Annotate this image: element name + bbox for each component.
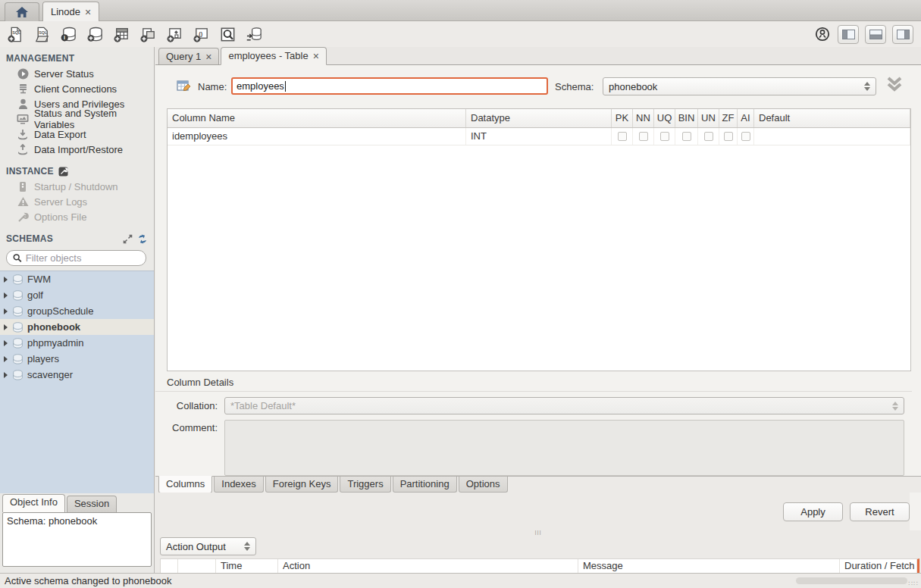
expander-triangle-icon[interactable]	[4, 324, 8, 330]
sidebar-item-label: Client Connections	[34, 83, 117, 95]
expander-triangle-icon[interactable]	[4, 277, 8, 283]
create-function-icon[interactable]: ()	[192, 25, 210, 43]
col-header-uq[interactable]: UQ	[654, 109, 675, 127]
chevron-double-down-icon[interactable]	[885, 76, 904, 92]
new-sql-tab-icon[interactable]: SQL	[6, 25, 24, 43]
schema-item-scavenger[interactable]: scavenger	[0, 367, 154, 383]
schemas-title-label: SCHEMAS	[6, 233, 53, 244]
bin-checkbox[interactable]	[682, 132, 691, 141]
output-col-blank2[interactable]	[178, 559, 216, 573]
output-col-duration[interactable]: Duration / Fetch	[840, 559, 917, 573]
resize-grip-icon[interactable]: ∷∷	[909, 582, 919, 586]
zf-checkbox[interactable]	[724, 132, 733, 141]
window-tab-bar: Linode ×	[0, 0, 921, 21]
close-icon[interactable]: ×	[85, 6, 91, 18]
toggle-right-sidebar-icon[interactable]	[892, 25, 913, 44]
schema-item-golf[interactable]: golf	[0, 287, 154, 303]
tab-options[interactable]: Options	[459, 477, 508, 493]
schema-item-phonebook[interactable]: phonebook	[0, 319, 154, 335]
col-header-ai[interactable]: AI	[738, 109, 754, 127]
output-col-time[interactable]: Time	[216, 559, 278, 573]
status-indicator-icon[interactable]	[813, 25, 832, 43]
tab-triggers[interactable]: Triggers	[340, 477, 390, 493]
comment-textarea[interactable]	[224, 420, 904, 476]
schema-item-fwm[interactable]: FWM	[0, 271, 154, 287]
search-data-icon[interactable]	[218, 25, 237, 43]
table-row[interactable]: idemployees INT	[168, 128, 910, 145]
create-schema-icon[interactable]	[86, 25, 104, 43]
create-routine-icon[interactable]	[165, 25, 183, 43]
tab-indexes[interactable]: Indexes	[214, 477, 264, 493]
col-header-default[interactable]: Default	[754, 109, 910, 127]
cell-datatype[interactable]: INT	[466, 128, 612, 145]
schema-inspector-icon[interactable]: i	[59, 25, 77, 43]
table-name-input[interactable]: employees	[231, 77, 548, 95]
apply-button[interactable]: Apply	[783, 502, 843, 521]
cell-default[interactable]	[754, 128, 910, 145]
schema-item-phpmyadmin[interactable]: phpmyadmin	[0, 335, 154, 351]
close-icon[interactable]: ×	[205, 49, 211, 64]
tab-foreign-keys[interactable]: Foreign Keys	[265, 477, 339, 493]
schema-name-label: golf	[27, 289, 43, 301]
expander-triangle-icon[interactable]	[4, 372, 8, 378]
col-header-zf[interactable]: ZF	[719, 109, 738, 127]
output-col-blank1[interactable]	[161, 559, 178, 573]
output-grid-header: Time Action Message Duration / Fetch	[161, 559, 917, 573]
expander-triangle-icon[interactable]	[4, 308, 8, 314]
output-type-select[interactable]: Action Output	[160, 537, 256, 555]
collation-select[interactable]: *Table Default*	[224, 397, 904, 414]
output-col-message[interactable]: Message	[578, 559, 840, 573]
users-icon	[17, 99, 29, 110]
schema-item-players[interactable]: players	[0, 351, 154, 367]
sidebar-item-label: Data Export	[34, 129, 86, 140]
schema-item-groupschedule[interactable]: groupSchedule	[0, 303, 154, 319]
expand-panel-icon[interactable]	[123, 234, 133, 244]
col-header-bin[interactable]: BIN	[675, 109, 698, 127]
sidebar-item-client-connections[interactable]: Client Connections	[0, 81, 154, 96]
pk-checkbox[interactable]	[618, 132, 627, 141]
close-icon[interactable]: ×	[313, 48, 319, 64]
sidebar-item-data-export[interactable]: Data Export	[0, 127, 154, 142]
tab-columns[interactable]: Columns	[158, 476, 212, 493]
sidebar-item-data-import[interactable]: Data Import/Restore	[0, 142, 154, 157]
expander-triangle-icon[interactable]	[4, 356, 8, 362]
expander-triangle-icon[interactable]	[4, 292, 8, 299]
col-header-nn[interactable]: NN	[633, 109, 654, 127]
create-view-icon[interactable]	[139, 25, 157, 43]
connection-tab[interactable]: Linode ×	[42, 2, 99, 21]
sidebar-item-server-status[interactable]: Server Status	[0, 66, 154, 81]
col-header-pk[interactable]: PK	[612, 109, 633, 127]
sidebar-item-server-logs[interactable]: Server Logs	[0, 194, 154, 209]
schema-filter-input[interactable]	[26, 252, 139, 264]
horizontal-scrollbar-thumb[interactable]	[796, 577, 907, 584]
home-tab[interactable]	[5, 2, 39, 21]
refresh-schemas-icon[interactable]	[137, 234, 148, 244]
tab-query-1[interactable]: Query 1 ×	[158, 48, 219, 64]
create-table-icon[interactable]	[112, 25, 130, 43]
stepper-arrows-icon[interactable]	[860, 82, 870, 91]
uq-checkbox[interactable]	[660, 132, 669, 141]
sidebar-item-options-file[interactable]: Options File	[0, 209, 154, 224]
toggle-output-panel-icon[interactable]	[865, 25, 886, 44]
col-header-datatype[interactable]: Datatype	[466, 109, 612, 127]
revert-button[interactable]: Revert	[850, 502, 910, 521]
cell-column-name[interactable]: idemployees	[168, 128, 466, 145]
col-header-column-name[interactable]: Column Name	[168, 109, 466, 127]
tab-employees-table[interactable]: employees - Table ×	[221, 47, 326, 65]
ai-checkbox[interactable]	[741, 132, 750, 141]
toggle-left-sidebar-icon[interactable]	[838, 25, 859, 44]
schema-select[interactable]: phonebook	[603, 77, 876, 95]
output-col-action[interactable]: Action	[278, 559, 578, 573]
nn-checkbox[interactable]	[639, 132, 648, 141]
sidebar-item-startup-shutdown[interactable]: Startup / Shutdown	[0, 179, 154, 194]
un-checkbox[interactable]	[704, 132, 713, 141]
col-header-un[interactable]: UN	[698, 109, 719, 127]
tab-partitioning[interactable]: Partitioning	[393, 477, 457, 493]
tab-object-info[interactable]: Object Info	[2, 494, 65, 512]
sidebar-item-system-variables[interactable]: Status and System Variables	[0, 111, 154, 127]
tab-session[interactable]: Session	[67, 496, 117, 512]
reconnect-database-icon[interactable]	[245, 25, 263, 43]
stepper-arrows-icon[interactable]	[240, 542, 250, 551]
expander-triangle-icon[interactable]	[4, 340, 8, 346]
open-sql-script-icon[interactable]: SQL	[33, 25, 51, 43]
